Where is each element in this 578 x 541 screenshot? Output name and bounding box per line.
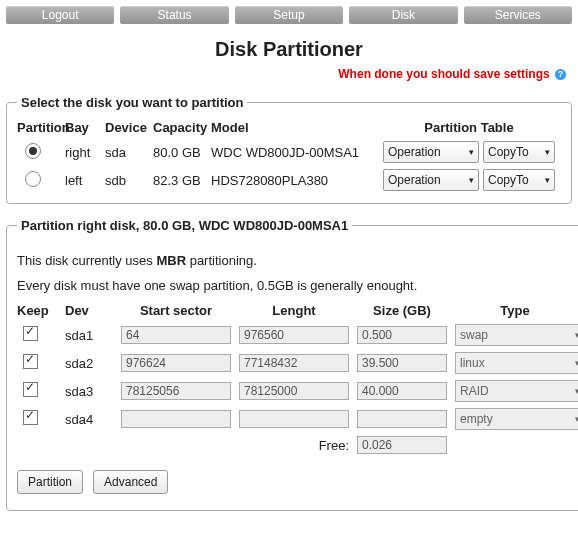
keep-checkbox-2[interactable] — [23, 382, 38, 397]
nav-services[interactable]: Services — [464, 6, 572, 24]
page-title: Disk Partitioner — [6, 38, 572, 61]
start-input-2[interactable] — [121, 382, 231, 400]
disk-model: HDS728080PLA380 — [211, 173, 383, 188]
copyto-select-1[interactable]: CopyTo▾ — [483, 169, 555, 191]
type-select-2[interactable]: RAID▾ — [455, 380, 578, 402]
chevron-down-icon: ▾ — [469, 147, 474, 157]
part-dev: sda1 — [65, 328, 113, 343]
part-dev: sda2 — [65, 356, 113, 371]
nav-status[interactable]: Status — [120, 6, 228, 24]
advanced-button[interactable]: Advanced — [93, 470, 168, 494]
warning-text: When done you should save settings ? — [6, 67, 566, 81]
help-icon[interactable]: ? — [555, 69, 566, 80]
hdr-device: Device — [105, 120, 153, 135]
info-swap: Every disk must have one swap partition,… — [17, 278, 575, 293]
hdr-size: Size (GB) — [357, 303, 447, 318]
hdr-keep: Keep — [17, 303, 57, 318]
disk-capacity: 80.0 GB — [153, 145, 211, 160]
nav-disk[interactable]: Disk — [349, 6, 457, 24]
hdr-capacity: Capacity — [153, 120, 211, 135]
type-select-1[interactable]: linux▾ — [455, 352, 578, 374]
disk-bay: left — [65, 173, 105, 188]
partition-fieldset: Partition right disk, 80.0 GB, WDC WD800… — [6, 218, 578, 511]
size-input-0[interactable] — [357, 326, 447, 344]
part-dev: sda3 — [65, 384, 113, 399]
chevron-down-icon: ▾ — [545, 147, 550, 157]
start-input-0[interactable] — [121, 326, 231, 344]
length-input-1[interactable] — [239, 354, 349, 372]
size-input-3[interactable] — [357, 410, 447, 428]
nav-setup[interactable]: Setup — [235, 6, 343, 24]
copyto-select-0[interactable]: CopyTo▾ — [483, 141, 555, 163]
disk-bay: right — [65, 145, 105, 160]
top-nav: Logout Status Setup Disk Services — [6, 6, 572, 24]
hdr-bay: Bay — [65, 120, 105, 135]
hdr-partition: Partition — [17, 120, 65, 135]
disk-device: sda — [105, 145, 153, 160]
free-label: Free: — [239, 438, 349, 453]
start-input-1[interactable] — [121, 354, 231, 372]
hdr-partition-table: Partition Table — [383, 120, 555, 135]
disk-radio-0[interactable] — [25, 143, 41, 159]
hdr-model: Model — [211, 120, 383, 135]
length-input-3[interactable] — [239, 410, 349, 428]
disk-model: WDC WD800JD-00MSA1 — [211, 145, 383, 160]
disk-capacity: 82.3 GB — [153, 173, 211, 188]
free-value[interactable] — [357, 436, 447, 454]
disk-device: sdb — [105, 173, 153, 188]
operation-select-0[interactable]: Operation▾ — [383, 141, 479, 163]
keep-checkbox-1[interactable] — [23, 354, 38, 369]
length-input-2[interactable] — [239, 382, 349, 400]
disk-radio-1[interactable] — [25, 171, 41, 187]
disk-select-fieldset: Select the disk you want to partition Pa… — [6, 95, 572, 204]
type-select-3[interactable]: empty▾ — [455, 408, 578, 430]
chevron-down-icon: ▾ — [469, 175, 474, 185]
chevron-down-icon: ▾ — [545, 175, 550, 185]
info-mbr: This disk currently uses MBR partitionin… — [17, 253, 575, 268]
operation-select-1[interactable]: Operation▾ — [383, 169, 479, 191]
partition-button[interactable]: Partition — [17, 470, 83, 494]
size-input-2[interactable] — [357, 382, 447, 400]
hdr-start: Start sector — [121, 303, 231, 318]
start-input-3[interactable] — [121, 410, 231, 428]
hdr-type: Type — [455, 303, 575, 318]
type-select-0[interactable]: swap▾ — [455, 324, 578, 346]
hdr-dev: Dev — [65, 303, 113, 318]
length-input-0[interactable] — [239, 326, 349, 344]
hdr-length: Lenght — [239, 303, 349, 318]
keep-checkbox-3[interactable] — [23, 410, 38, 425]
nav-logout[interactable]: Logout — [6, 6, 114, 24]
disk-select-legend: Select the disk you want to partition — [17, 95, 247, 110]
partition-legend: Partition right disk, 80.0 GB, WDC WD800… — [17, 218, 352, 233]
part-dev: sda4 — [65, 412, 113, 427]
keep-checkbox-0[interactable] — [23, 326, 38, 341]
size-input-1[interactable] — [357, 354, 447, 372]
